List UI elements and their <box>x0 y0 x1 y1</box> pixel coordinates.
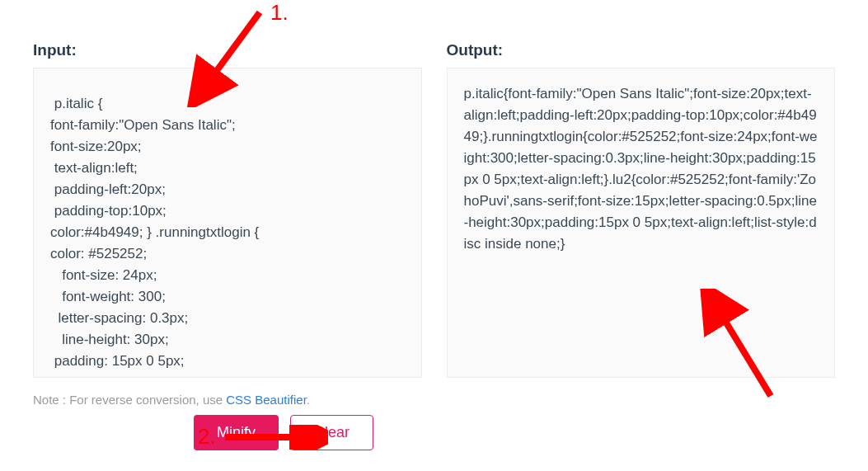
input-textarea[interactable] <box>33 68 422 378</box>
output-panel: Output: p.italic{font-family:"Open Sans … <box>447 41 836 378</box>
annotation-label-2: 2. <box>198 424 216 450</box>
input-panel: Input: <box>33 41 422 378</box>
css-beautifier-link[interactable]: CSS Beautifier <box>226 393 307 407</box>
clear-button[interactable]: Clear <box>290 415 373 450</box>
annotation-label-1: 1. <box>270 0 289 26</box>
output-label: Output: <box>447 41 836 59</box>
input-label: Input: <box>33 41 422 59</box>
output-text: p.italic{font-family:"Open Sans Italic";… <box>447 68 836 378</box>
note-suffix: . <box>307 393 310 407</box>
note-text: Note : For reverse conversion, use CSS B… <box>33 393 835 407</box>
note-prefix: Note : For reverse conversion, use <box>33 393 226 407</box>
